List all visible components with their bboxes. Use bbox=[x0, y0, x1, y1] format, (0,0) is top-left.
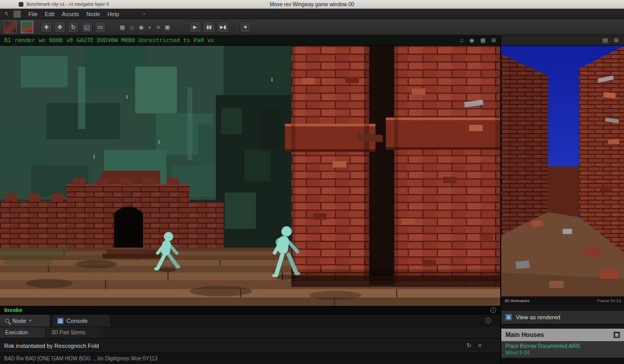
scene-thumbnail-icon[interactable] bbox=[14, 10, 21, 18]
tool-scale-button[interactable]: ◱ bbox=[81, 21, 93, 33]
grid-icon[interactable]: ⊞ bbox=[491, 37, 496, 44]
tab-parts[interactable]: 3D Part Stems bbox=[46, 327, 100, 338]
title-bar: Benchmark city v1 - AI navigator layer 0… bbox=[0, 0, 624, 9]
snap-toggle-icon[interactable]: ◉ bbox=[139, 24, 144, 31]
tab-parts-label: 3D Part Stems bbox=[51, 330, 85, 335]
right-panel: ▤ ⊞ bbox=[501, 35, 624, 364]
gizmos-icon[interactable]: ▦ bbox=[480, 37, 485, 44]
preview-grid-icon[interactable]: ⊞ bbox=[614, 37, 619, 44]
status-bar-secondary: BAD Rw BAD [ONE GAM HOW BOG ... bo Digit… bbox=[0, 353, 500, 364]
inspector-title: Main Houses bbox=[505, 331, 544, 339]
pause-button[interactable]: ▮▮ bbox=[203, 21, 215, 33]
tool-rect-button[interactable]: ▭ bbox=[95, 21, 106, 33]
tool-translate-button[interactable]: ✚ bbox=[41, 21, 52, 33]
search-icon bbox=[5, 319, 9, 323]
view-toggles: ▦ ◇ ◉ ◐ ≡ ▣ bbox=[120, 24, 170, 31]
panel-gap-2 bbox=[501, 324, 624, 329]
inspector-footer bbox=[501, 358, 624, 364]
app-icon bbox=[19, 2, 23, 7]
scene-header: B1 render wo 9D0B v0 GAUTE DVDV0W M0B0 U… bbox=[0, 35, 500, 46]
menu-bar: ↰ File Edit Assets Node Help ◔ bbox=[0, 9, 624, 19]
scene-3d-render[interactable] bbox=[0, 46, 500, 306]
scene-viewport[interactable] bbox=[0, 46, 500, 306]
back-icon[interactable]: ↰ bbox=[4, 11, 8, 17]
gizmo-toggle-icon[interactable]: ▣ bbox=[165, 24, 170, 31]
effects-button[interactable]: ✦ bbox=[240, 21, 251, 33]
inspector-body: Place Borrow Documented AIRE Movs 9 04 bbox=[501, 341, 624, 358]
scene-footer-label: Invoke bbox=[4, 307, 22, 313]
tab-search[interactable]: Node ▾ bbox=[0, 315, 50, 327]
tool-rotate-button[interactable]: ↻ bbox=[68, 21, 79, 33]
shading-toggle-icon[interactable]: ◐ bbox=[148, 24, 152, 31]
preview-header: ▤ ⊞ bbox=[501, 35, 624, 46]
play-button[interactable]: ▶ bbox=[189, 21, 201, 33]
scene-debug-text: B1 render wo 9D0B v0 GAUTE DVDV0W M0B0 U… bbox=[4, 37, 214, 44]
bottom-tab-bar-2: Execution 3D Part Stems bbox=[0, 327, 500, 338]
step-button[interactable]: ▶▮ bbox=[217, 21, 229, 33]
camera-preview-render[interactable] bbox=[501, 46, 624, 296]
brick-pillars[interactable] bbox=[285, 46, 500, 287]
render-view-row[interactable]: ≣ View as rendered bbox=[501, 310, 624, 324]
preview-status-right: Frame 50.13 bbox=[597, 298, 621, 303]
inspector-line-1: Place Borrow Documented AIRE bbox=[505, 343, 620, 349]
scene-panel: B1 render wo 9D0B v0 GAUTE DVDV0W M0B0 U… bbox=[0, 35, 500, 364]
pivot-toggle-icon[interactable]: ◇ bbox=[129, 24, 134, 31]
panel-gap bbox=[501, 305, 624, 310]
chevron-down-icon: ▾ bbox=[29, 318, 31, 323]
status-bar: Rok instantiated by Rescognoch Fold ↻ ≡ bbox=[0, 338, 500, 353]
clock-icon[interactable]: ◔ bbox=[142, 11, 146, 17]
tab-console-label: Console bbox=[67, 318, 87, 324]
playback-controls: ▶ ▮▮ ▶▮ bbox=[189, 21, 229, 33]
doorway bbox=[114, 206, 143, 250]
list-icon[interactable]: ≡ bbox=[478, 342, 482, 349]
layers-toggle-icon[interactable]: ≡ bbox=[157, 24, 160, 31]
bottom-tab-bar-1: Node ▾ ▤ Console i bbox=[0, 314, 500, 327]
inspector-line-2: Movs 9 04 bbox=[505, 349, 620, 356]
menu-file[interactable]: File bbox=[28, 11, 37, 17]
camera-icon[interactable]: ◉ bbox=[470, 37, 475, 44]
render-doc-icon: ≣ bbox=[505, 314, 512, 320]
help-icon[interactable]: i bbox=[485, 318, 491, 323]
preview-status-left: 3D Animators bbox=[504, 298, 529, 303]
tab-search-label: Node bbox=[12, 318, 26, 324]
tab-console[interactable]: ▤ Console bbox=[52, 315, 110, 327]
layers-icon[interactable]: ▤ bbox=[602, 37, 607, 44]
inspector-menu-icon[interactable]: ≣ bbox=[614, 332, 620, 338]
audio-icon[interactable]: ♫ bbox=[460, 37, 464, 44]
transform-tools: ✚ ✥ ↻ ◱ ▭ bbox=[41, 21, 106, 33]
menu-edit[interactable]: Edit bbox=[45, 11, 55, 17]
info-icon[interactable]: i bbox=[490, 307, 496, 313]
console-doc-icon: ▤ bbox=[57, 318, 63, 324]
render-view-label: View as rendered bbox=[516, 314, 560, 320]
main-toolbar: ✚ ✥ ↻ ◱ ▭ ▦ ◇ ◉ ◐ ≡ ▣ ▶ ▮▮ ▶▮ ✦ bbox=[0, 19, 624, 35]
camera-preview[interactable] bbox=[501, 46, 624, 296]
preview-status-strip: 3D Animators Frame 50.13 bbox=[501, 296, 624, 305]
grid-toggle-icon[interactable]: ▦ bbox=[120, 24, 125, 31]
menu-assets[interactable]: Assets bbox=[62, 11, 79, 17]
title-left-text: Benchmark city v1 - AI navigator layer 0 bbox=[27, 2, 109, 7]
tool-pan-button[interactable]: ✥ bbox=[54, 21, 66, 33]
tab-execution-label: Execution bbox=[5, 330, 28, 335]
workspace: B1 render wo 9D0B v0 GAUTE DVDV0W M0B0 U… bbox=[0, 35, 624, 364]
tab-execution[interactable]: Execution bbox=[0, 327, 45, 338]
refresh-icon[interactable]: ↻ bbox=[466, 342, 471, 349]
status-message-secondary: BAD Rw BAD [ONE GAM HOW BOG ... bo Digit… bbox=[4, 356, 158, 361]
scene-preview-thumbnail[interactable] bbox=[21, 21, 33, 33]
menu-help[interactable]: Help bbox=[107, 11, 119, 17]
inspector-header[interactable]: Main Houses ≣ bbox=[501, 329, 624, 341]
scene-footer: Invoke i bbox=[0, 306, 500, 314]
status-message: Rok instantiated by Rescognoch Fold bbox=[4, 343, 99, 349]
menu-node[interactable]: Node bbox=[86, 11, 100, 17]
project-thumbnail[interactable] bbox=[4, 21, 17, 33]
